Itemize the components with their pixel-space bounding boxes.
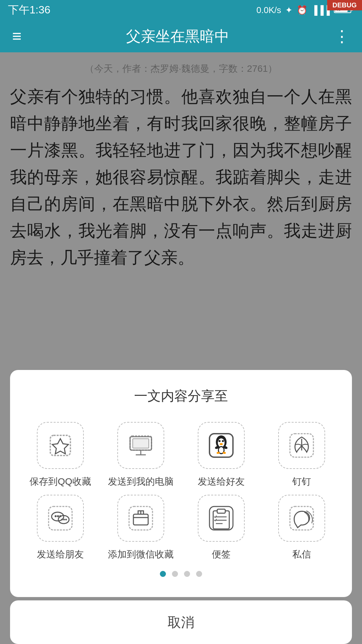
svg-rect-33 — [129, 506, 153, 530]
cancel-button[interactable]: 取消 — [10, 600, 352, 644]
share-item-wechat-collect[interactable]: 添加到微信收藏 — [101, 495, 181, 561]
send-pc-label: 发送到我的电脑 — [108, 475, 174, 488]
dingding-icon-wrapper — [278, 422, 325, 469]
share-item-dingding[interactable]: 钉钉 — [261, 422, 342, 488]
send-friend-label: 发送给好友 — [198, 475, 245, 488]
share-panel-title: 一文内容分享至 — [10, 387, 352, 405]
notes-icon-wrapper — [198, 495, 245, 542]
debug-badge: DEBUG — [327, 0, 362, 10]
status-bar: 下午1:36 0.0K/s ✦ ⏰ ▐▐▐ 43 DEBUG — [0, 0, 362, 20]
dot-1 — [160, 571, 166, 577]
private-msg-icon-wrapper — [278, 495, 325, 542]
page-title: 父亲坐在黑暗中 — [126, 26, 229, 46]
send-friend-icon-wrapper — [198, 422, 245, 469]
dot-4 — [196, 571, 202, 577]
svg-rect-10 — [133, 439, 149, 448]
page-dots — [10, 571, 352, 577]
svg-rect-34 — [133, 514, 148, 525]
share-item-send-friend[interactable]: 发送给好友 — [181, 422, 261, 488]
cancel-area[interactable]: 取消 — [10, 600, 352, 644]
share-item-private-msg[interactable]: 私信 — [261, 495, 342, 561]
qq-collect-icon-wrapper — [37, 422, 84, 469]
alarm-icon: ⏰ — [297, 5, 307, 15]
dot-2 — [172, 571, 178, 577]
top-bar: ≡ 父亲坐在黑暗中 ⋮ — [0, 20, 362, 52]
send-pc-icon-wrapper — [117, 422, 164, 469]
network-speed: 0.0K/s — [256, 5, 281, 15]
share-item-send-pc[interactable]: 发送到我的电脑 — [101, 422, 181, 488]
notes-label: 便签 — [212, 548, 231, 561]
send-wechat-label: 发送给朋友 — [37, 548, 84, 561]
svg-point-32 — [65, 519, 67, 520]
svg-point-15 — [222, 440, 224, 442]
svg-point-27 — [57, 515, 59, 517]
send-wechat-icon-wrapper — [37, 495, 84, 542]
share-grid: 保存到QQ收藏 发送到我的电脑 — [10, 422, 352, 561]
svg-point-31 — [63, 519, 65, 520]
dot-3 — [184, 571, 190, 577]
menu-icon[interactable]: ≡ — [12, 28, 21, 44]
svg-point-30 — [61, 519, 63, 520]
bluetooth-icon: ✦ — [285, 5, 293, 15]
status-time: 下午1:36 — [8, 3, 50, 17]
svg-point-16 — [220, 443, 223, 445]
svg-point-26 — [55, 515, 57, 517]
svg-rect-39 — [217, 509, 225, 513]
share-panel: 一文内容分享至 保存到QQ收藏 — [10, 370, 352, 597]
share-item-notes[interactable]: 便签 — [181, 495, 261, 561]
wechat-collect-icon-wrapper — [117, 495, 164, 542]
wechat-collect-label: 添加到微信收藏 — [108, 548, 174, 561]
private-msg-label: 私信 — [292, 548, 311, 561]
share-item-qq-collect[interactable]: 保存到QQ收藏 — [20, 422, 101, 488]
dingding-label: 钉钉 — [292, 475, 311, 488]
svg-point-13 — [218, 438, 225, 447]
share-item-send-wechat[interactable]: 发送给朋友 — [20, 495, 101, 561]
qq-collect-label: 保存到QQ收藏 — [29, 475, 91, 488]
svg-marker-5 — [52, 439, 68, 454]
more-icon[interactable]: ⋮ — [334, 27, 350, 46]
svg-point-14 — [219, 440, 221, 442]
